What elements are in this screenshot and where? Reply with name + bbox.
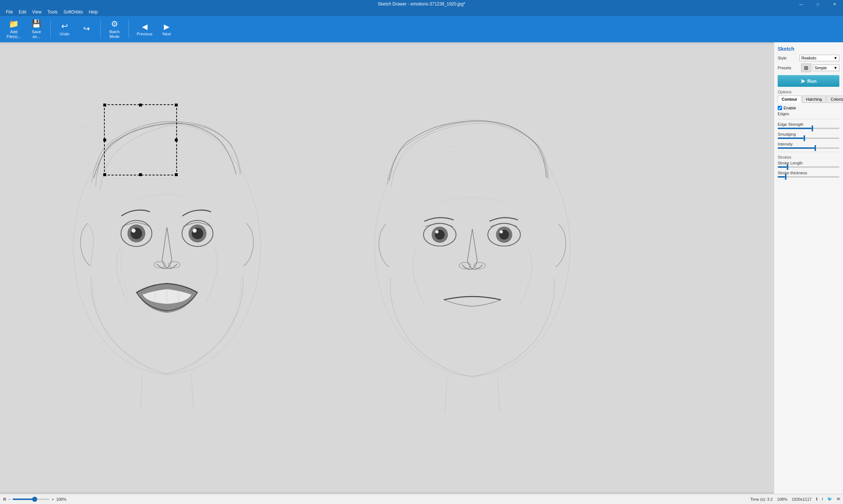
mail-icon[interactable]: ✉	[837, 497, 840, 501]
main-content: Sketch Style Realistic ▼ Presets ⊞ Simpl…	[0, 42, 843, 494]
info-icon[interactable]: ℹ	[816, 497, 817, 501]
svg-point-23	[500, 230, 503, 233]
menu-file[interactable]: File	[3, 9, 16, 15]
save-as-icon: 💾	[31, 19, 41, 29]
enable-edges-checkbox[interactable]	[778, 106, 782, 110]
run-arrow-icon: ➤	[800, 78, 805, 85]
stroke-thickness-label: Stroke thickness	[778, 171, 839, 175]
smudging-label: Smudging	[778, 132, 839, 136]
svg-point-9	[193, 229, 197, 233]
previous-button[interactable]: ◀ Previous	[132, 18, 157, 41]
window-controls: — □ ✕	[793, 0, 843, 8]
stroke-thickness-track[interactable]	[778, 176, 839, 178]
save-as-label: Saveas...	[32, 30, 41, 39]
stroke-thickness-fill	[778, 176, 785, 178]
time-label: Time (s): 3.2	[750, 497, 773, 501]
canvas-background	[0, 42, 774, 494]
stroke-length-fill	[778, 166, 787, 168]
add-files-label: AddFile(s)...	[7, 30, 21, 39]
save-as-button[interactable]: 💾 Saveas...	[26, 18, 47, 41]
zoom-slider-thumb[interactable]	[32, 497, 37, 502]
style-dropdown-arrow: ▼	[834, 56, 838, 60]
tab-contour[interactable]: Contour	[778, 96, 801, 103]
edge-strength-slider-row: Edge Strength	[778, 122, 839, 129]
canvas-area[interactable]	[0, 42, 774, 494]
edge-strength-thumb[interactable]	[812, 125, 813, 131]
presets-dropdown-arrow: ▼	[834, 66, 838, 70]
toolbar-divider-2	[100, 20, 101, 38]
undo-button[interactable]: ↩ Undo	[54, 18, 75, 41]
tab-hatching[interactable]: Hatching	[802, 96, 826, 103]
menu-tools[interactable]: Tools	[45, 9, 61, 15]
intensity-label: Intensity	[778, 142, 839, 146]
stroke-length-thumb[interactable]	[787, 164, 788, 170]
facebook-icon[interactable]: f	[822, 497, 823, 501]
batch-mode-button[interactable]: ⚙ BatchMode	[104, 18, 125, 41]
sketch-canvas	[0, 42, 774, 494]
stroke-thickness-thumb[interactable]	[785, 174, 786, 180]
close-button[interactable]: ✕	[826, 0, 843, 8]
twitter-icon[interactable]: 🐦	[827, 497, 832, 501]
strokes-label: Strokes	[778, 155, 839, 159]
zoom-control	[13, 499, 49, 500]
menu-bar: File Edit View Tools SoftOrbits Help	[0, 8, 843, 16]
presets-icon-btn[interactable]: ⊞	[801, 63, 811, 72]
resolution-label: 1920x1117	[792, 497, 811, 501]
toolbar-divider-3	[128, 20, 129, 38]
stroke-thickness-slider-row: Stroke thickness	[778, 171, 839, 178]
redo-button[interactable]: ↪	[76, 18, 97, 41]
title-bar: Sketch Drawer - emotions-371238_1920.jpg…	[0, 0, 843, 8]
enable-edges-label: Enable	[784, 106, 796, 110]
run-button[interactable]: ➤ Run	[778, 75, 839, 87]
style-value: Realistic	[801, 56, 817, 60]
smudging-fill	[778, 137, 804, 139]
divider-2	[778, 152, 839, 152]
svg-point-19	[435, 230, 439, 233]
menu-view[interactable]: View	[29, 9, 45, 15]
enable-edges-row: Enable	[778, 106, 839, 110]
toolbar-divider-1	[50, 20, 51, 38]
menu-edit[interactable]: Edit	[16, 9, 29, 15]
smudging-track[interactable]	[778, 137, 839, 139]
zoom-percent: 108%	[56, 497, 66, 501]
status-bar: ⊞ − + 108% Time (s): 3.2 108% 1920x1117 …	[0, 494, 843, 504]
previous-label: Previous	[137, 32, 153, 36]
next-icon: ▶	[164, 22, 169, 31]
smudging-slider-row: Smudging	[778, 132, 839, 139]
zoom-out-icon[interactable]: −	[8, 497, 11, 501]
options-label: Options	[778, 90, 839, 94]
presets-label: Presets	[778, 66, 800, 70]
intensity-track[interactable]	[778, 147, 839, 149]
edge-strength-track[interactable]	[778, 128, 839, 129]
menu-help[interactable]: Help	[86, 9, 101, 15]
smudging-thumb[interactable]	[804, 135, 805, 141]
intensity-slider-row: Intensity	[778, 142, 839, 149]
stroke-length-slider-row: Stroke Length	[778, 161, 839, 168]
zoom-slider-fill	[13, 499, 35, 500]
next-label: Next	[163, 32, 171, 36]
redo-icon: ↪	[83, 24, 90, 34]
zoom-slider[interactable]	[13, 499, 49, 500]
minimize-button[interactable]: —	[793, 0, 809, 8]
divider-1	[778, 119, 839, 119]
add-files-button[interactable]: 📁 AddFile(s)...	[3, 18, 25, 41]
intensity-fill	[778, 147, 815, 149]
presets-row: Presets ⊞ Simple ▼	[778, 63, 839, 72]
style-dropdown[interactable]: Realistic ▼	[800, 55, 839, 61]
style-label: Style	[778, 56, 800, 60]
zoom-display: 108%	[777, 497, 787, 501]
maximize-button[interactable]: □	[809, 0, 826, 8]
zoom-in-icon[interactable]: +	[51, 497, 54, 501]
next-button[interactable]: ▶ Next	[158, 18, 176, 41]
presets-dropdown[interactable]: Simple ▼	[813, 65, 839, 71]
toolbar: 📁 AddFile(s)... 💾 Saveas... ↩ Undo ↪ ⚙ B…	[0, 16, 843, 42]
svg-point-5	[131, 229, 135, 233]
batch-mode-icon: ⚙	[111, 19, 118, 29]
menu-softorbits[interactable]: SoftOrbits	[61, 9, 86, 15]
stroke-length-track[interactable]	[778, 166, 839, 168]
presets-value: Simple	[815, 66, 827, 70]
style-row: Style Realistic ▼	[778, 55, 839, 61]
tab-colorize[interactable]: Colorize	[827, 96, 843, 103]
intensity-thumb[interactable]	[815, 145, 816, 151]
fit-icon[interactable]: ⊞	[3, 497, 6, 501]
